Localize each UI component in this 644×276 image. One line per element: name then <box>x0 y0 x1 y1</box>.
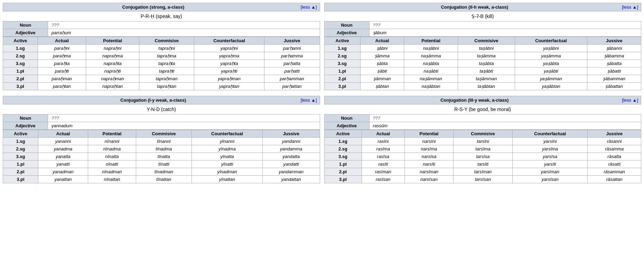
cell: yaṣābtan <box>515 83 587 90</box>
block-header: Conjugation (III-y weak, a-class)[less ▲… <box>324 96 642 104</box>
cell: yīnanni <box>192 138 262 145</box>
cell: tīnadman <box>136 168 192 176</box>
table-row: 3.sgyanattanīnattatīnattayīnattayandatta <box>3 153 320 160</box>
table-row: 3.sgṣābtanaṣābtataṣābtayaṣābtaṣābatta <box>324 60 641 67</box>
conjugation-table: ActiveActualPotentialCommisiveCounterfac… <box>324 130 642 183</box>
cell: rāsattan <box>588 176 641 183</box>
table-header-row: ActiveActualPotentialCommisiveCounterfac… <box>3 37 320 45</box>
table-row: 2.sgrasîmanarsîmatarsîmayarsîmarāsamma <box>324 145 641 153</box>
cell: paraḥma <box>38 52 86 60</box>
block-title: Conjugation (III-y weak, a-class) <box>327 98 622 103</box>
cell: ṣābatti <box>587 67 641 75</box>
noun-label: Noun <box>324 114 369 122</box>
cell: napraḥta <box>86 60 139 67</box>
less-button[interactable]: [less ▲] <box>622 98 638 103</box>
adjective-label: Adjective <box>3 122 48 130</box>
cell: narsîman <box>405 168 454 176</box>
cell: tarsîma <box>454 145 513 153</box>
table-row: 3.plyanattannīnattantīnattanyīnattanyand… <box>3 176 320 183</box>
adjective-label: Adjective <box>324 122 369 130</box>
cell: naṣābta <box>404 60 458 67</box>
cell: yandamman <box>262 168 320 176</box>
noun-row: Noun??? <box>3 114 320 122</box>
col-header-commisive: Commisive <box>139 37 194 45</box>
block-title: Conjugation (strong, a-class) <box>6 4 301 10</box>
cell: ṣābti <box>360 67 404 75</box>
cell: taṣābta <box>458 60 515 67</box>
cell: yarsîman <box>513 168 588 176</box>
adjective-value: yannadum <box>48 122 320 130</box>
cell: narsîsan <box>405 176 454 183</box>
col-header-actual: Actual <box>38 130 88 138</box>
cell: naṣāmman <box>404 75 458 83</box>
cell: ṣābanni <box>587 45 641 52</box>
table-row: 2.plyanadmannīnadmantīnadmanyīnadmanyand… <box>3 168 320 176</box>
adjective-value: ṣâbum <box>369 29 641 37</box>
cell: taṣāmma <box>458 52 515 60</box>
table-row: 1.sgyananninīnannitīnanniyīnanniyandanni <box>3 138 320 145</box>
cell: tīnatti <box>136 160 192 168</box>
row-label: 2.sg <box>324 145 362 153</box>
cell: yīnadma <box>192 145 262 153</box>
col-header-active: Active <box>324 130 362 138</box>
cell: paraḥni <box>38 45 86 52</box>
meta-table: Noun???Adjectiverassûm <box>324 114 642 130</box>
cell: tarsîsan <box>454 176 513 183</box>
cell: yarsîti <box>513 160 588 168</box>
cell: rasîsan <box>362 176 405 183</box>
adjective-value: rassûm <box>369 122 641 130</box>
cell: yaṣābta <box>515 60 587 67</box>
less-button[interactable]: [less ▲] <box>622 4 638 10</box>
cell: napraḥman <box>86 75 139 83</box>
row-label: 3.pl <box>324 83 360 90</box>
cell: nīnadman <box>88 168 136 176</box>
cell: ṣāmman <box>360 75 404 83</box>
cell: yandanni <box>262 138 320 145</box>
table-row: 1.sgparaḥninapraḥnitapraḥniyapraḥniparḥa… <box>3 45 320 52</box>
col-header-commisive: Commisive <box>454 130 513 138</box>
less-button[interactable]: [less ▲] <box>301 4 317 10</box>
col-header-commisive: Commisive <box>136 130 192 138</box>
verb-title: R-S-Y (be good, be moral) <box>324 107 642 112</box>
cell: tīnanni <box>136 138 192 145</box>
cell: narsîsa <box>405 153 454 160</box>
cell: yananni <box>38 138 88 145</box>
cell: yīnattan <box>192 176 262 183</box>
noun-value: ??? <box>369 114 641 122</box>
table-row: 2.sgṣāmmanaṣāmmataṣāmmayaṣāmmaṣābamma <box>324 52 641 60</box>
row-label: 2.pl <box>3 75 38 83</box>
col-header-jussive: Jussive <box>264 37 320 45</box>
table-row: 3.sgrasîsanarsîsatarsîsayarsîsarāsatta <box>324 153 641 160</box>
cell: naṣābni <box>404 45 458 52</box>
cell: yapraḥti <box>194 67 264 75</box>
row-label: 3.pl <box>3 83 38 90</box>
meta-table: Noun???Adjectiveyannadum <box>3 114 320 130</box>
block-header: Conjugation (I-y weak, a-class)[less ▲] <box>3 96 320 104</box>
left-column: Conjugation (strong, a-class)[less ▲]P-R… <box>3 3 320 189</box>
col-header-counterfactual: Counterfactual <box>194 37 264 45</box>
block-title: Conjugation (I-y weak, a-class) <box>6 98 301 103</box>
row-label: 2.sg <box>324 52 360 60</box>
col-header-potential: Potential <box>405 130 454 138</box>
cell: paraḥman <box>38 75 86 83</box>
cell: tapraḥti <box>139 67 194 75</box>
cell: nīnattan <box>88 176 136 183</box>
cell: yarsîsan <box>513 176 588 183</box>
table-row: 3.plparaḥtannapraḥtantapraḥtanyapraḥtanp… <box>3 83 320 90</box>
col-header-jussive: Jussive <box>262 130 320 138</box>
noun-value: ??? <box>369 21 641 29</box>
cell: yanatta <box>38 153 88 160</box>
table-header-row: ActiveActualPotentialCommisiveCounterfac… <box>3 130 320 138</box>
less-button[interactable]: [less ▲] <box>301 98 317 103</box>
table-header-row: ActiveActualPotentialCommisiveCounterfac… <box>324 37 641 45</box>
cell: yandamma <box>262 145 320 153</box>
block-header: Conjugation (strong, a-class)[less ▲] <box>3 3 320 11</box>
cell: yandatti <box>262 160 320 168</box>
cell: napraḥtan <box>86 83 139 90</box>
conjugation-table: ActiveActualPotentialCommisiveCounterfac… <box>324 37 642 90</box>
cell: ṣābamman <box>587 75 641 83</box>
col-header-counterfactual: Counterfactual <box>515 37 587 45</box>
cell: yanadma <box>38 145 88 153</box>
adjective-row: Adjectiveparraḥum <box>3 29 320 37</box>
table-row: 1.plṣābtinaṣābtitaṣābtiyaṣābtiṣābatti <box>324 67 641 75</box>
